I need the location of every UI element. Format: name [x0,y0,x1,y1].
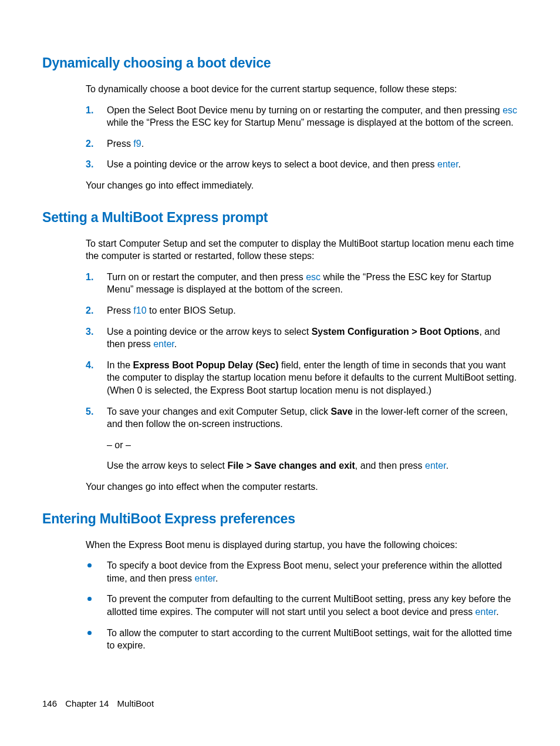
or-separator: – or – [107,439,518,452]
step-number: 3. [86,325,93,338]
bold-text: Save [331,406,353,416]
section-multiboot-prompt: Setting a MultiBoot Express prompt To st… [42,209,518,493]
step-text: To save your changes and exit Computer S… [107,406,508,429]
section-body: To dynamically choose a boot device for … [86,83,518,192]
chapter-title: MultiBoot [117,698,154,708]
section-dynamic-boot: Dynamically choosing a boot device To dy… [42,54,518,192]
step-text: Press f10 to enter BIOS Setup. [107,305,236,315]
step-number: 2. [86,304,93,317]
key-f9: f9 [133,139,141,149]
bold-text: System Configuration > Boot Options [312,327,480,337]
step-text: Press f9. [107,139,144,149]
step-number: 2. [86,137,93,150]
ordered-steps: 1. Turn on or restart the computer, and … [86,271,518,472]
section-body: When the Express Boot menu is displayed … [86,539,518,652]
page: Dynamically choosing a boot device To dy… [0,0,560,746]
key-enter: enter [153,339,174,349]
list-item: To prevent the computer from defaulting … [86,593,518,618]
step-text: Use a pointing device or the arrow keys … [107,327,500,350]
page-footer: 146 Chapter 14 MultiBoot [42,698,154,710]
bullet-list: To specify a boot device from the Expres… [86,559,518,652]
step-text: In the Express Boot Popup Delay (Sec) fi… [107,360,517,395]
intro-text: To start Computer Setup and set the comp… [86,237,518,263]
step-text: Use a pointing device or the arrow keys … [107,159,461,169]
step-item: 2. Press f9. [86,137,518,150]
list-item: To specify a boot device from the Expres… [86,559,518,584]
intro-text: When the Express Boot menu is displayed … [86,539,518,552]
key-enter: enter [425,461,446,471]
alternate-step: Use the arrow keys to select File > Save… [107,459,518,472]
list-item: To allow the computer to start according… [86,627,518,652]
heading-multiboot-prompt: Setting a MultiBoot Express prompt [42,209,518,227]
chapter-label: Chapter 14 [65,698,109,708]
outro-text: Your changes go into effect when the com… [86,480,518,493]
bold-text: Express Boot Popup Delay (Sec) [133,360,278,370]
step-number: 1. [86,271,93,284]
intro-text: To dynamically choose a boot device for … [86,83,518,96]
key-f10: f10 [133,305,146,315]
step-item: 1. Turn on or restart the computer, and … [86,271,518,296]
step-number: 1. [86,104,93,117]
step-item: 3. Use a pointing device or the arrow ke… [86,158,518,171]
step-text: Open the Select Boot Device menu by turn… [107,105,517,128]
step-number: 4. [86,359,93,372]
heading-multiboot-prefs: Entering MultiBoot Express preferences [42,510,518,528]
step-number: 3. [86,158,93,171]
key-enter: enter [475,607,497,617]
step-item: 4. In the Express Boot Popup Delay (Sec)… [86,359,518,397]
page-number: 146 [42,698,57,708]
step-item: 3. Use a pointing device or the arrow ke… [86,325,518,351]
step-item: 2. Press f10 to enter BIOS Setup. [86,304,518,317]
ordered-steps: 1. Open the Select Boot Device menu by t… [86,104,518,171]
section-multiboot-prefs: Entering MultiBoot Express preferences W… [42,510,518,652]
step-item: 1. Open the Select Boot Device menu by t… [86,104,518,129]
heading-dynamic-boot: Dynamically choosing a boot device [42,54,518,72]
step-number: 5. [86,405,93,418]
key-esc: esc [502,105,517,115]
bold-text: File > Save changes and exit [227,461,355,471]
key-esc: esc [306,272,321,282]
step-item: 5. To save your changes and exit Compute… [86,405,518,472]
key-enter: enter [194,573,215,583]
section-body: To start Computer Setup and set the comp… [86,237,518,493]
key-enter: enter [437,159,458,169]
step-text: Turn on or restart the computer, and the… [107,272,491,295]
outro-text: Your changes go into effect immediately. [86,179,518,192]
